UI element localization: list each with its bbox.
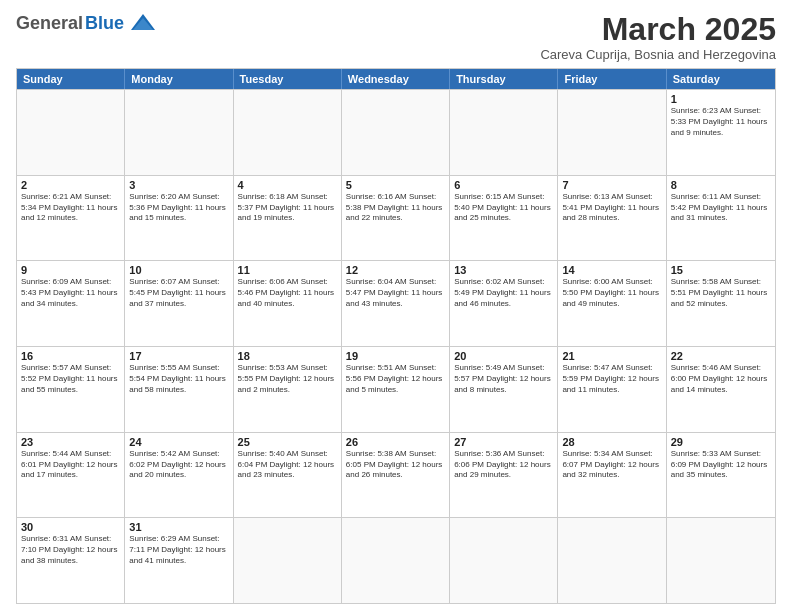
- day-info: Sunrise: 5:46 AM Sunset: 6:00 PM Dayligh…: [671, 363, 771, 395]
- calendar-cell: 29Sunrise: 5:33 AM Sunset: 6:09 PM Dayli…: [667, 433, 775, 518]
- calendar-cell: 16Sunrise: 5:57 AM Sunset: 5:52 PM Dayli…: [17, 347, 125, 432]
- calendar-header: SundayMondayTuesdayWednesdayThursdayFrid…: [17, 69, 775, 89]
- day-info: Sunrise: 5:49 AM Sunset: 5:57 PM Dayligh…: [454, 363, 553, 395]
- day-info: Sunrise: 5:55 AM Sunset: 5:54 PM Dayligh…: [129, 363, 228, 395]
- calendar-cell: 8Sunrise: 6:11 AM Sunset: 5:42 PM Daylig…: [667, 176, 775, 261]
- day-number: 23: [21, 436, 120, 448]
- day-info: Sunrise: 6:02 AM Sunset: 5:49 PM Dayligh…: [454, 277, 553, 309]
- calendar-cell: 25Sunrise: 5:40 AM Sunset: 6:04 PM Dayli…: [234, 433, 342, 518]
- day-number: 29: [671, 436, 771, 448]
- calendar-row: 30Sunrise: 6:31 AM Sunset: 7:10 PM Dayli…: [17, 517, 775, 603]
- calendar-cell: 27Sunrise: 5:36 AM Sunset: 6:06 PM Dayli…: [450, 433, 558, 518]
- calendar-cell: 12Sunrise: 6:04 AM Sunset: 5:47 PM Dayli…: [342, 261, 450, 346]
- calendar-cell: 11Sunrise: 6:06 AM Sunset: 5:46 PM Dayli…: [234, 261, 342, 346]
- day-info: Sunrise: 6:23 AM Sunset: 5:33 PM Dayligh…: [671, 106, 771, 138]
- logo-general-text: General: [16, 13, 83, 34]
- calendar-cell: [342, 518, 450, 603]
- day-number: 9: [21, 264, 120, 276]
- day-number: 4: [238, 179, 337, 191]
- calendar-cell: [667, 518, 775, 603]
- calendar-cell: [17, 90, 125, 175]
- day-number: 19: [346, 350, 445, 362]
- month-title: March 2025: [540, 12, 776, 47]
- day-info: Sunrise: 5:47 AM Sunset: 5:59 PM Dayligh…: [562, 363, 661, 395]
- day-number: 12: [346, 264, 445, 276]
- calendar-cell: 17Sunrise: 5:55 AM Sunset: 5:54 PM Dayli…: [125, 347, 233, 432]
- weekday-header: Friday: [558, 69, 666, 89]
- day-number: 26: [346, 436, 445, 448]
- day-info: Sunrise: 6:04 AM Sunset: 5:47 PM Dayligh…: [346, 277, 445, 309]
- calendar-cell: 26Sunrise: 5:38 AM Sunset: 6:05 PM Dayli…: [342, 433, 450, 518]
- day-info: Sunrise: 5:58 AM Sunset: 5:51 PM Dayligh…: [671, 277, 771, 309]
- header: GeneralBlue March 2025 Careva Cuprija, B…: [16, 12, 776, 62]
- calendar-cell: 31Sunrise: 6:29 AM Sunset: 7:11 PM Dayli…: [125, 518, 233, 603]
- day-info: Sunrise: 5:34 AM Sunset: 6:07 PM Dayligh…: [562, 449, 661, 481]
- day-info: Sunrise: 6:13 AM Sunset: 5:41 PM Dayligh…: [562, 192, 661, 224]
- calendar-cell: [234, 90, 342, 175]
- day-info: Sunrise: 6:15 AM Sunset: 5:40 PM Dayligh…: [454, 192, 553, 224]
- subtitle: Careva Cuprija, Bosnia and Herzegovina: [540, 47, 776, 62]
- calendar-cell: [450, 518, 558, 603]
- calendar-cell: [558, 90, 666, 175]
- calendar-cell: 22Sunrise: 5:46 AM Sunset: 6:00 PM Dayli…: [667, 347, 775, 432]
- day-info: Sunrise: 5:42 AM Sunset: 6:02 PM Dayligh…: [129, 449, 228, 481]
- logo-blue-text: Blue: [85, 13, 124, 34]
- day-number: 2: [21, 179, 120, 191]
- calendar-cell: 30Sunrise: 6:31 AM Sunset: 7:10 PM Dayli…: [17, 518, 125, 603]
- day-info: Sunrise: 5:38 AM Sunset: 6:05 PM Dayligh…: [346, 449, 445, 481]
- calendar-cell: [125, 90, 233, 175]
- calendar-cell: [342, 90, 450, 175]
- day-number: 20: [454, 350, 553, 362]
- calendar-cell: 1Sunrise: 6:23 AM Sunset: 5:33 PM Daylig…: [667, 90, 775, 175]
- calendar-body: 1Sunrise: 6:23 AM Sunset: 5:33 PM Daylig…: [17, 89, 775, 603]
- calendar-cell: 9Sunrise: 6:09 AM Sunset: 5:43 PM Daylig…: [17, 261, 125, 346]
- calendar-cell: 7Sunrise: 6:13 AM Sunset: 5:41 PM Daylig…: [558, 176, 666, 261]
- calendar-row: 2Sunrise: 6:21 AM Sunset: 5:34 PM Daylig…: [17, 175, 775, 261]
- day-number: 3: [129, 179, 228, 191]
- calendar-cell: 19Sunrise: 5:51 AM Sunset: 5:56 PM Dayli…: [342, 347, 450, 432]
- day-number: 21: [562, 350, 661, 362]
- calendar-cell: 21Sunrise: 5:47 AM Sunset: 5:59 PM Dayli…: [558, 347, 666, 432]
- weekday-header: Monday: [125, 69, 233, 89]
- calendar-cell: 2Sunrise: 6:21 AM Sunset: 5:34 PM Daylig…: [17, 176, 125, 261]
- day-number: 15: [671, 264, 771, 276]
- day-info: Sunrise: 6:21 AM Sunset: 5:34 PM Dayligh…: [21, 192, 120, 224]
- day-info: Sunrise: 6:07 AM Sunset: 5:45 PM Dayligh…: [129, 277, 228, 309]
- day-info: Sunrise: 5:36 AM Sunset: 6:06 PM Dayligh…: [454, 449, 553, 481]
- day-number: 27: [454, 436, 553, 448]
- calendar-row: 9Sunrise: 6:09 AM Sunset: 5:43 PM Daylig…: [17, 260, 775, 346]
- logo: GeneralBlue: [16, 12, 157, 34]
- day-number: 1: [671, 93, 771, 105]
- day-info: Sunrise: 6:18 AM Sunset: 5:37 PM Dayligh…: [238, 192, 337, 224]
- calendar-cell: 3Sunrise: 6:20 AM Sunset: 5:36 PM Daylig…: [125, 176, 233, 261]
- day-number: 7: [562, 179, 661, 191]
- day-number: 17: [129, 350, 228, 362]
- day-info: Sunrise: 5:51 AM Sunset: 5:56 PM Dayligh…: [346, 363, 445, 395]
- day-number: 10: [129, 264, 228, 276]
- weekday-header: Wednesday: [342, 69, 450, 89]
- title-block: March 2025 Careva Cuprija, Bosnia and He…: [540, 12, 776, 62]
- calendar-cell: 24Sunrise: 5:42 AM Sunset: 6:02 PM Dayli…: [125, 433, 233, 518]
- logo-icon: [129, 12, 157, 34]
- day-number: 31: [129, 521, 228, 533]
- weekday-header: Sunday: [17, 69, 125, 89]
- day-number: 8: [671, 179, 771, 191]
- weekday-header: Saturday: [667, 69, 775, 89]
- day-number: 24: [129, 436, 228, 448]
- calendar-cell: 23Sunrise: 5:44 AM Sunset: 6:01 PM Dayli…: [17, 433, 125, 518]
- day-info: Sunrise: 6:06 AM Sunset: 5:46 PM Dayligh…: [238, 277, 337, 309]
- calendar-cell: 15Sunrise: 5:58 AM Sunset: 5:51 PM Dayli…: [667, 261, 775, 346]
- calendar-cell: 28Sunrise: 5:34 AM Sunset: 6:07 PM Dayli…: [558, 433, 666, 518]
- day-info: Sunrise: 6:09 AM Sunset: 5:43 PM Dayligh…: [21, 277, 120, 309]
- day-info: Sunrise: 6:11 AM Sunset: 5:42 PM Dayligh…: [671, 192, 771, 224]
- day-info: Sunrise: 5:33 AM Sunset: 6:09 PM Dayligh…: [671, 449, 771, 481]
- calendar-cell: 6Sunrise: 6:15 AM Sunset: 5:40 PM Daylig…: [450, 176, 558, 261]
- weekday-header: Thursday: [450, 69, 558, 89]
- day-info: Sunrise: 5:57 AM Sunset: 5:52 PM Dayligh…: [21, 363, 120, 395]
- page: GeneralBlue March 2025 Careva Cuprija, B…: [0, 0, 792, 612]
- calendar-cell: [450, 90, 558, 175]
- day-number: 30: [21, 521, 120, 533]
- calendar-cell: [558, 518, 666, 603]
- calendar-row: 1Sunrise: 6:23 AM Sunset: 5:33 PM Daylig…: [17, 89, 775, 175]
- day-number: 5: [346, 179, 445, 191]
